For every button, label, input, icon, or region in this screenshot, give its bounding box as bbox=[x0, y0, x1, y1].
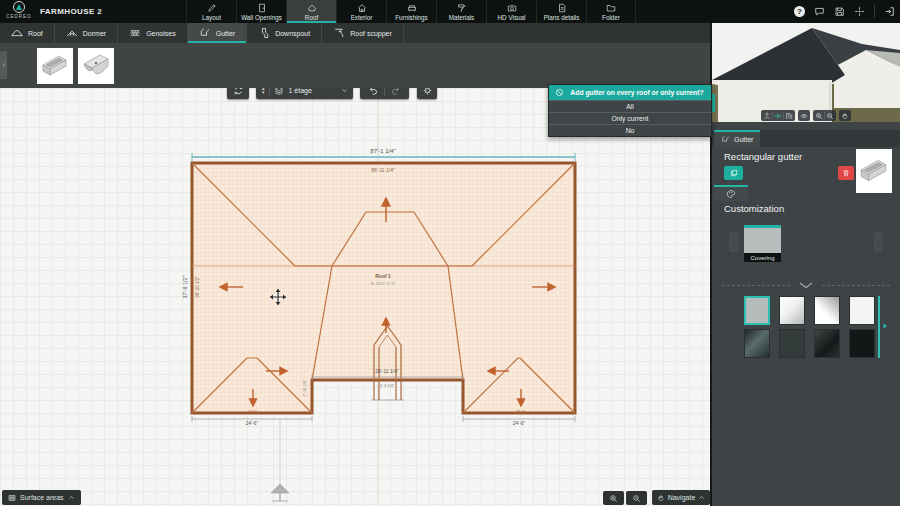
menu-item-layout[interactable]: Layout bbox=[186, 0, 236, 23]
3d-preview-viewport[interactable] bbox=[712, 22, 900, 122]
document-icon bbox=[557, 3, 567, 13]
right-panel: Gutter Rectangular gutter Customization … bbox=[710, 0, 900, 506]
swatch-white-shaded[interactable] bbox=[814, 296, 840, 325]
trash-icon bbox=[842, 169, 850, 177]
customization-title: Customization bbox=[724, 203, 784, 214]
room-area-label: A: 2602.73 ft² bbox=[371, 281, 396, 286]
eye-view-icon[interactable] bbox=[774, 112, 782, 120]
chevron-left-icon bbox=[1, 62, 7, 68]
swatch-black-gradient[interactable] bbox=[814, 329, 840, 358]
swatch-dark-teal[interactable] bbox=[744, 329, 770, 358]
dim-top-inner-label: 86'-11 1/4" bbox=[371, 167, 395, 173]
orbit-camera-icon[interactable] bbox=[800, 112, 808, 120]
menu-item-roof[interactable]: Roof bbox=[286, 0, 336, 23]
comment-icon[interactable] bbox=[814, 6, 825, 17]
prompt-icon bbox=[555, 88, 564, 97]
swatch-prev-icon[interactable] bbox=[730, 322, 737, 331]
house-icon bbox=[357, 3, 367, 13]
pan-hand-icon[interactable] bbox=[841, 112, 849, 120]
center-view-icon[interactable] bbox=[854, 6, 865, 17]
gutter-catalog-strip bbox=[0, 43, 710, 88]
popup-header: Add gutter on every roof or only current… bbox=[549, 85, 711, 100]
dim-porch-label: 4'-3 1/4" bbox=[380, 383, 395, 388]
chevron-right-icon bbox=[875, 239, 882, 246]
delete-gutter-button[interactable] bbox=[838, 166, 854, 180]
window-actions: ? bbox=[794, 0, 895, 23]
swatch-next-icon[interactable] bbox=[881, 321, 889, 331]
menu-item-hd-visual[interactable]: HD Visual bbox=[486, 0, 536, 23]
collapse-chevron-icon[interactable] bbox=[794, 281, 818, 289]
project-name: FARMHOUSE 2 bbox=[40, 7, 102, 16]
covering-label: Covering bbox=[744, 253, 781, 262]
roof-ribbon: Roof Dormer Genoises Gutter Downspout Ro… bbox=[0, 23, 710, 43]
gutter-icon bbox=[721, 135, 730, 144]
ribbon-item-downspout[interactable]: Downspout bbox=[247, 23, 322, 43]
app-window: CEDREO FARMHOUSE 2 Layout Wall Openings … bbox=[0, 0, 900, 506]
exit-icon[interactable] bbox=[884, 6, 895, 17]
walkthrough-person-icon[interactable] bbox=[763, 112, 771, 120]
zoom-in-button[interactable] bbox=[603, 491, 624, 505]
swatch-dark-slate[interactable] bbox=[779, 329, 805, 358]
top-menu-bar: CEDREO FARMHOUSE 2 Layout Wall Openings … bbox=[0, 0, 900, 23]
help-icon[interactable]: ? bbox=[794, 6, 805, 17]
swatch-black[interactable] bbox=[849, 329, 875, 358]
duplicate-gutter-button[interactable] bbox=[724, 166, 743, 180]
menu-item-furnishings[interactable]: Furnishings bbox=[386, 0, 436, 23]
dim-notch-width-label: 26'-11 1/4" bbox=[375, 368, 399, 374]
floor-plan-canvas[interactable]: 87'-1 1/4" 86'-11 1/4" 37'-8 1/2" 36'-10… bbox=[0, 88, 710, 506]
room-name-label: Roof 1 bbox=[375, 273, 391, 279]
logo-text: CEDREO bbox=[4, 14, 34, 19]
building-view-icon[interactable] bbox=[785, 112, 793, 120]
tab-customization[interactable] bbox=[714, 185, 748, 201]
dim-top-outer-label: 87'-1 1/4" bbox=[370, 148, 395, 154]
chevron-left-icon bbox=[730, 239, 737, 246]
covering-next-button[interactable] bbox=[874, 232, 883, 252]
menu-item-folder[interactable]: Folder bbox=[586, 0, 636, 23]
tab-gutter[interactable]: Gutter bbox=[714, 130, 760, 147]
roof-outline[interactable] bbox=[192, 163, 575, 413]
covering-prev-button[interactable] bbox=[729, 232, 738, 252]
popup-option-only-current[interactable]: Only current bbox=[549, 112, 711, 124]
ribbon-item-roof[interactable]: Roof bbox=[0, 23, 55, 43]
collapse-strip-button[interactable] bbox=[0, 51, 7, 79]
swatch-scrollbar[interactable] bbox=[878, 296, 880, 358]
popup-option-all[interactable]: All bbox=[549, 100, 711, 112]
chevron-up-icon bbox=[698, 494, 705, 501]
covering-slot[interactable]: Covering bbox=[744, 225, 781, 262]
save-icon[interactable] bbox=[834, 6, 845, 17]
door-icon bbox=[257, 3, 267, 13]
surface-areas-label: Surface areas bbox=[20, 494, 64, 501]
slope-right-label: 26.6° bbox=[516, 409, 526, 414]
chevron-up-icon bbox=[68, 494, 75, 501]
popup-option-no[interactable]: No bbox=[549, 124, 711, 136]
ribbon-item-gutter[interactable]: Gutter bbox=[188, 23, 247, 43]
pencil-icon bbox=[207, 3, 217, 13]
ribbon-item-dormer[interactable]: Dormer bbox=[55, 23, 118, 43]
swatch-light-gray[interactable] bbox=[744, 296, 770, 325]
catalog-item-half-round-gutter[interactable] bbox=[78, 48, 114, 84]
zoom-out-button[interactable] bbox=[626, 491, 647, 505]
panel-tab-row: Gutter bbox=[712, 130, 900, 147]
menu-item-plans-details[interactable]: Plans details bbox=[536, 0, 586, 23]
surface-areas-button[interactable]: Surface areas bbox=[2, 490, 81, 505]
roof-outline-icon bbox=[11, 27, 23, 39]
palette-icon bbox=[726, 189, 736, 199]
ribbon-item-roof-scupper[interactable]: Roof scupper bbox=[322, 23, 404, 43]
roof-plan-drawing: 87'-1 1/4" 86'-11 1/4" 37'-8 1/2" 36'-10… bbox=[0, 88, 710, 506]
ribbon-item-genoises[interactable]: Genoises bbox=[118, 23, 188, 43]
gutter-icon bbox=[199, 27, 211, 39]
swatch-silver-gradient[interactable] bbox=[779, 296, 805, 325]
menu-item-wall-openings[interactable]: Wall Openings bbox=[236, 0, 286, 23]
menu-item-exterior[interactable]: Exterior bbox=[336, 0, 386, 23]
chevron-down-icon bbox=[341, 87, 348, 94]
catalog-item-rectangular-gutter[interactable] bbox=[37, 48, 73, 84]
roof-icon bbox=[307, 3, 317, 13]
navigate-button[interactable]: Navigate bbox=[652, 490, 710, 505]
menu-item-materials[interactable]: Materials bbox=[436, 0, 486, 23]
navigate-label: Navigate bbox=[668, 494, 696, 501]
swatch-white[interactable] bbox=[849, 296, 875, 325]
zoom-in-icon[interactable] bbox=[815, 112, 823, 120]
slope-left-label: 26.6° bbox=[248, 409, 258, 414]
zoom-out-icon[interactable] bbox=[826, 112, 834, 120]
dim-wing-right-label: 24'-6" bbox=[513, 420, 526, 426]
